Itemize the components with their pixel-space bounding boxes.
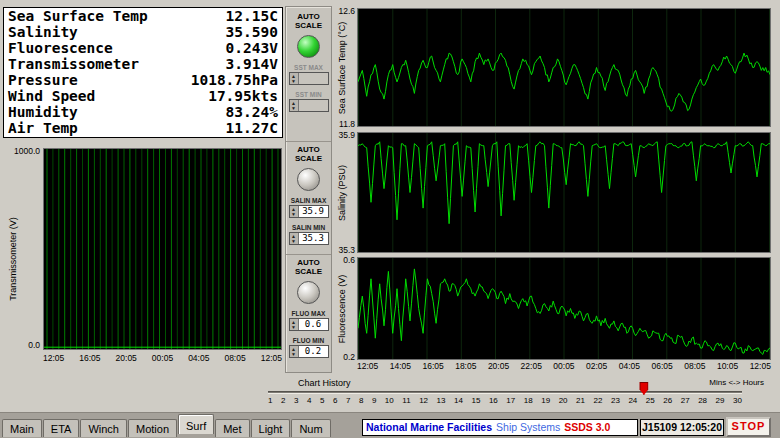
axis-tick-label: 12:05 [261,353,282,365]
transmissometer-plot [43,148,282,350]
auto-scale-label: AUTO SCALE [289,145,329,163]
readout-label: Salinity [8,25,78,40]
fluorescence-autoscale-button[interactable] [297,281,320,304]
history-number: 17 [506,396,515,405]
down-arrow-icon[interactable]: ▼ [291,239,296,244]
axis-tick-label: 16:05 [422,361,443,373]
history-number: 24 [628,396,637,405]
tab-eta[interactable]: ETA [43,419,80,437]
axis-tick-label: 18:05 [455,361,476,373]
down-arrow-icon[interactable]: ▼ [291,325,296,330]
axis-tick-label: 06:05 [651,361,672,373]
readout-label: Transmissometer [8,57,139,72]
y-axis-min-tick: 0.2 [334,352,355,362]
axis-tick-label: 16:05 [79,353,100,365]
salinity-scale-controls: AUTO SCALE SALIN MAX ▲ ▼ 35.9 SALIN MIN … [286,141,331,251]
history-number: 13 [437,396,446,405]
history-slider-pointer[interactable] [639,382,648,395]
readout-value: 12.15C [226,9,278,24]
readout-label: Air Temp [8,121,78,136]
readout-row: Air Temp11.27C [8,121,278,136]
fluorescence-plot [357,257,771,360]
history-number: 9 [372,396,376,405]
readout-value: 3.914V [226,57,278,72]
history-number: 27 [681,396,690,405]
sst-max-stepper: SST MAX ▲ ▼ [289,64,329,85]
stepper-label: SALIN MIN [289,224,329,232]
tab-num[interactable]: Num [291,419,330,437]
history-number: 26 [663,396,672,405]
salinity-autoscale-button[interactable] [297,168,320,191]
stepper-value[interactable]: 0.6 [299,319,328,330]
tab-met[interactable]: Met [215,419,249,437]
stepper-value[interactable] [299,73,328,84]
history-number: 1 [268,396,272,405]
stepper-arrows[interactable]: ▲ ▼ [290,73,299,84]
down-arrow-icon[interactable]: ▼ [291,106,296,111]
history-number: 3 [294,396,298,405]
transmissometer-chart: Transmissometer (V) 1000.0 0.0 12:0516:0… [3,146,284,372]
stepper-label: FLUO MAX [289,310,329,318]
sst-axis-label: Sea Surface Temp (°C) [337,21,347,113]
stepper-arrows[interactable]: ▲ ▼ [290,206,299,217]
salinity-max-stepper: SALIN MAX ▲ ▼ 35.9 [289,197,329,218]
tab-motion[interactable]: Motion [128,419,177,437]
history-number: 23 [611,396,620,405]
history-number: 7 [346,396,350,405]
axis-tick-label: 00:05 [553,361,574,373]
stepper-value[interactable]: 35.9 [299,206,328,217]
readout-value: 0.243V [226,41,278,56]
history-number: 8 [359,396,363,405]
axis-tick-label: 14:05 [390,361,411,373]
stepper-value[interactable] [299,100,328,111]
stepper-arrows[interactable]: ▲ ▼ [290,319,299,330]
stop-button[interactable]: STOP [726,417,771,437]
sst-autoscale-button[interactable] [297,35,320,58]
axis-tick-label: 22:05 [521,361,542,373]
auto-scale-label: AUTO SCALE [289,258,329,276]
auto-scale-label: AUTO SCALE [289,12,329,30]
axis-tick-label: 04:05 [619,361,640,373]
history-mode-switch[interactable]: Mins <-> Hours [709,378,764,387]
stepper-label: SST MIN [289,91,329,99]
stepper-value[interactable]: 0.2 [299,346,328,357]
sst-scale-controls: AUTO SCALE SST MAX ▲ ▼ SST MIN ▲ ▼ [286,9,331,118]
readout-label: Pressure [8,73,78,88]
axis-tick-label: 08:05 [684,361,705,373]
stepper-value[interactable]: 35.3 [299,233,328,244]
salinity-axis-label: Salinity (PSU) [337,164,347,220]
time-axis: 12:0514:0516:0518:0520:0522:0500:0502:05… [357,361,771,373]
y-axis-max-tick: 12.6 [334,6,355,16]
stepper-arrows[interactable]: ▲ ▼ [290,346,299,357]
down-arrow-icon[interactable]: ▼ [291,79,296,84]
axis-tick-label: 20:05 [488,361,509,373]
readout-row: Fluorescence0.243V [8,41,278,56]
axis-tick-label: 08:05 [224,353,245,365]
history-number: 10 [385,396,394,405]
down-arrow-icon[interactable]: ▼ [291,212,296,217]
readout-label: Sea Surface Temp [8,9,148,24]
history-number: 15 [471,396,480,405]
axis-tick-label: 12:05 [750,361,771,373]
sst-chart: Sea Surface Temp (°C) 12.6 11.8 [334,8,772,127]
history-number: 5 [320,396,324,405]
tab-main[interactable]: Main [2,419,42,437]
tab-winch[interactable]: Winch [80,419,127,437]
fluorescence-chart: Fluorescence (V) 0.6 0.2 [334,257,772,360]
stepper-arrows[interactable]: ▲ ▼ [290,100,299,111]
tab-bar-tabs: MainETAWinchMotionSurfMetLightNum [2,413,332,438]
tab-light[interactable]: Light [251,419,291,437]
history-number: 18 [524,396,533,405]
y-axis-max-tick: 0.6 [334,255,355,265]
brand-name: National Marine Facilities [366,421,492,433]
axis-tick-label: 20:05 [116,353,137,365]
readout-label: Wind Speed [8,89,95,104]
down-arrow-icon[interactable]: ▼ [291,352,296,357]
readout-value: 11.27C [226,121,278,136]
y-axis-min-tick: 11.8 [334,119,355,129]
readout-value: 1018.75hPa [191,73,278,88]
stepper-label: FLUO MIN [289,337,329,345]
readout-value: 35.590 [226,25,278,40]
stepper-arrows[interactable]: ▲ ▼ [290,233,299,244]
tab-surf[interactable]: Surf [178,414,214,434]
